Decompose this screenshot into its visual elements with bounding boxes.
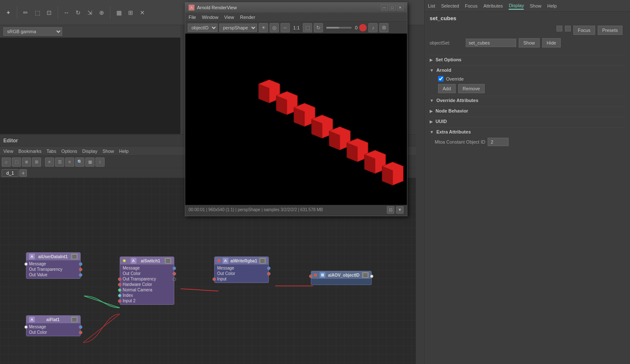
lasso-icon[interactable]: ⊡ (44, 8, 54, 18)
tab-selected[interactable]: Selected (441, 3, 459, 9)
port-fl-outcolor-out[interactable] (79, 331, 82, 334)
transform-icon[interactable]: ⊕ (97, 8, 107, 18)
objectset-input[interactable] (466, 39, 516, 47)
ne-menu-display[interactable]: Display (82, 149, 97, 154)
ne-menu-tabs[interactable]: Tabs (47, 149, 56, 154)
refresh-btn[interactable]: ↻ (314, 23, 323, 32)
uuid-section[interactable]: ▶ UUID (430, 117, 625, 126)
expand-btn[interactable]: ▼ (396, 206, 404, 214)
tab-add-btn[interactable]: + (19, 169, 27, 177)
grid-icon[interactable]: ▦ (114, 8, 124, 18)
port-sw-in2-in[interactable] (118, 299, 121, 303)
tab-list[interactable]: List (428, 3, 435, 9)
presets-button[interactable]: Presets (598, 26, 622, 35)
override-checkbox[interactable] (438, 76, 444, 81)
camera-dropdown[interactable]: perspShape (219, 24, 257, 32)
rotate-icon[interactable]: ↻ (73, 8, 83, 18)
ne-menu-help[interactable]: Help (119, 149, 129, 154)
port-aov-in[interactable] (309, 275, 312, 278)
node-aiwritergba1[interactable]: A aiWriteRgba1 Message Out Color Input (214, 257, 269, 283)
ne-lock-btn[interactable]: ⊞ (32, 157, 41, 167)
port-aov-out[interactable] (370, 275, 373, 278)
ne-zoom-btn[interactable]: ⊕ (22, 157, 31, 167)
port-outvalue-out[interactable] (79, 273, 82, 277)
node-aiuserdataint1[interactable]: A aiUserDataInt1 Message Out Transparenc… (26, 252, 81, 279)
exposure-slider[interactable] (326, 27, 352, 29)
ne-snap-btn[interactable]: ↕ (95, 157, 105, 167)
override-attributes-section[interactable]: ▼ Override Attributes (430, 96, 625, 105)
port-sw-hw-in[interactable] (118, 283, 121, 286)
ne-align-left-btn[interactable]: ≡ (45, 157, 54, 167)
node-aiflat1-menu[interactable] (71, 317, 78, 322)
set-options-section[interactable]: ▶ Set Options (430, 55, 625, 64)
render-viewport[interactable] (185, 34, 407, 205)
tab-display[interactable]: Display (509, 2, 524, 10)
add-button[interactable]: Add (438, 84, 456, 93)
menu-render[interactable]: Render (240, 15, 255, 20)
stop-render-button[interactable] (359, 24, 367, 31)
ne-menu-bookmarks[interactable]: Bookmarks (18, 149, 42, 154)
port-wr-input-in[interactable] (213, 278, 216, 281)
extra-attributes-section[interactable]: ▼ Extra Attributes (430, 127, 625, 136)
node-aov-menu[interactable] (362, 272, 369, 278)
close-button[interactable]: ✕ (397, 5, 404, 10)
focus-button[interactable]: Focus (573, 26, 595, 35)
menu-file[interactable]: File (189, 15, 196, 20)
ne-home-btn[interactable]: ⌂ (2, 157, 11, 167)
ne-grid-btn[interactable]: ▦ (85, 157, 94, 167)
port-sw-msg-out[interactable] (173, 267, 176, 270)
crop-btn[interactable]: ⬚ (303, 23, 312, 32)
port-msg-out[interactable] (79, 262, 82, 266)
maximize-button[interactable]: □ (389, 5, 396, 10)
node-aiswitch1-menu[interactable] (165, 258, 171, 264)
port-fl-msg-out[interactable] (79, 325, 82, 329)
scale-icon[interactable]: ⇲ (85, 8, 95, 18)
lut-btn[interactable]: ◎ (270, 23, 279, 32)
tab-attributes[interactable]: Attributes (483, 3, 503, 9)
menu-view[interactable]: View (224, 15, 234, 20)
port-sw-trans-in[interactable] (118, 278, 121, 281)
ne-align-right-btn[interactable]: ≡ (65, 157, 74, 167)
move-icon[interactable]: ↔ (61, 8, 71, 18)
tab-show[interactable]: Show (530, 3, 541, 9)
audio-btn[interactable]: ♪ (368, 23, 378, 32)
ne-menu-view[interactable]: View (3, 149, 13, 154)
node-behavior-section[interactable]: ▶ Node Behavior (430, 106, 625, 115)
port-wr-msg-out[interactable] (267, 267, 270, 270)
port-fl-msg-in[interactable] (24, 325, 28, 329)
node-aiflat1[interactable]: A aiFlat1 Message Out Color (26, 315, 81, 336)
screenshot-btn[interactable]: ⊡ (387, 206, 394, 214)
node-aiuserdataint1-menu[interactable] (71, 254, 78, 259)
port-transparency-out[interactable] (79, 268, 82, 271)
arnold-section[interactable]: ▼ Arnold (430, 65, 625, 74)
tab-help[interactable]: Help (547, 3, 557, 9)
port-sw-nc-in[interactable] (118, 288, 121, 292)
ne-fit-btn[interactable]: ⬚ (12, 157, 21, 167)
ne-align-center-btn[interactable]: ☰ (55, 157, 64, 167)
select-box-icon[interactable]: ⬚ (32, 8, 42, 18)
port-wr-outcolor-out[interactable] (267, 272, 270, 275)
flip-btn[interactable]: ↔ (281, 23, 290, 32)
pencil-icon[interactable]: ✏ (21, 8, 31, 18)
snap-icon[interactable]: ⊞ (126, 8, 136, 18)
node-aiaov-objectid[interactable]: ⊞ aiAOV_objectID (311, 271, 372, 285)
render-titlebar[interactable]: A Arnold RenderView ─ □ ✕ (185, 3, 407, 13)
tab-focus[interactable]: Focus (465, 3, 478, 9)
ne-menu-show[interactable]: Show (102, 149, 114, 154)
port-sw-idx-in[interactable] (118, 294, 121, 297)
remove-button[interactable]: Remove (458, 84, 485, 93)
port-msg-in[interactable] (24, 262, 28, 266)
node-write-menu[interactable] (259, 258, 266, 264)
show-button[interactable]: Show (519, 38, 540, 47)
minimize-button[interactable]: ─ (381, 5, 388, 10)
gamma-select[interactable]: sRGB gamma (3, 27, 62, 36)
hdr-btn[interactable]: ☀ (259, 23, 268, 32)
objectid-dropdown[interactable]: objectID (188, 24, 218, 32)
hide-button[interactable]: Hide (542, 38, 561, 47)
tab-d1[interactable]: d_1 (2, 169, 18, 177)
select-icon[interactable]: ✦ (3, 8, 13, 18)
magnet-icon[interactable]: ✕ (137, 8, 147, 18)
settings-btn[interactable]: ⚙ (379, 23, 388, 32)
mtoa-input[interactable] (488, 138, 509, 146)
port-sw-outcolor-out[interactable] (173, 272, 176, 275)
